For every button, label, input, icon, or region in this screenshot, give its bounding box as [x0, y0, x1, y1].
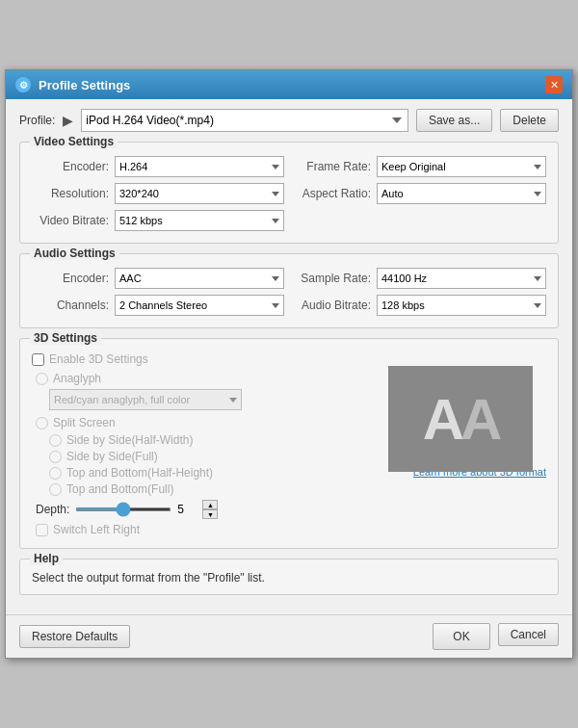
title-bar-left: ⚙ Profile Settings [15, 77, 130, 92]
split-screen-radio[interactable] [36, 417, 48, 429]
enable-3d-label: Enable 3D Settings [49, 352, 148, 366]
split-screen-label: Split Screen [53, 416, 116, 429]
audio-encoder-row: Encoder: AAC [32, 268, 284, 289]
depth-slider[interactable] [75, 507, 171, 511]
anaglyph-radio[interactable] [36, 373, 48, 385]
encoder-label: Encoder: [32, 160, 109, 173]
resolution-label: Resolution: [32, 187, 109, 200]
audio-encoder-select[interactable]: AAC [115, 268, 284, 289]
sample-rate-select[interactable]: 44100 Hz [377, 268, 546, 289]
profile-icon: ▶ [63, 113, 73, 128]
resolution-row: Resolution: 320*240 [32, 183, 284, 204]
channels-row: Channels: 2 Channels Stereo [32, 295, 284, 316]
help-section: Help Select the output format from the "… [19, 559, 559, 595]
frame-rate-label: Frame Rate: [294, 160, 371, 173]
aspect-ratio-label: Aspect Ratio: [294, 187, 371, 200]
help-text: Select the output format from the "Profi… [32, 571, 546, 585]
depth-up-button[interactable]: ▲ [202, 500, 218, 509]
depth-down-button[interactable]: ▼ [202, 509, 218, 519]
audio-encoder-label: Encoder: [32, 272, 109, 285]
switch-left-right-checkbox[interactable] [36, 524, 48, 536]
3d-settings-left: Enable 3D Settings Anaglyph Red/cyan ana… [32, 352, 382, 536]
side-by-side-full-radio[interactable] [49, 451, 62, 463]
3d-settings-title: 3D Settings [30, 331, 101, 345]
profile-label: Profile: [19, 114, 55, 127]
side-by-side-full-label: Side by Side(Full) [66, 450, 158, 463]
aspect-ratio-select[interactable]: Auto [377, 183, 546, 204]
top-bottom-full-radio[interactable] [49, 483, 62, 496]
top-bottom-half-row: Top and Bottom(Half-Height) [32, 466, 382, 480]
top-bottom-half-label: Top and Bottom(Half-Height) [66, 466, 213, 480]
channels-label: Channels: [32, 299, 109, 312]
aspect-ratio-row: Aspect Ratio: Auto [294, 183, 546, 204]
side-by-side-full-row: Side by Side(Full) [32, 450, 382, 463]
video-bitrate-select[interactable]: 512 kbps [115, 210, 284, 231]
depth-value: 5 [177, 503, 197, 516]
top-bottom-full-label: Top and Bottom(Full) [66, 482, 173, 496]
sample-rate-row: Sample Rate: 44100 Hz [294, 268, 546, 289]
restore-defaults-button[interactable]: Restore Defaults [19, 625, 130, 648]
audio-settings-grid: Encoder: AAC Sample Rate: 44100 Hz Chann… [32, 268, 546, 316]
audio-bitrate-row: Audio Bitrate: 128 kbps [294, 295, 546, 316]
enable-3d-row: Enable 3D Settings [32, 352, 382, 366]
audio-settings-title: Audio Settings [30, 247, 119, 260]
preview-aa-letters: A A [423, 386, 499, 453]
bottom-right-buttons: OK Cancel [433, 623, 559, 650]
sample-rate-label: Sample Rate: [294, 272, 371, 285]
audio-settings-section: Audio Settings Encoder: AAC Sample Rate:… [19, 253, 559, 328]
app-icon-symbol: ⚙ [19, 80, 28, 91]
delete-button[interactable]: Delete [500, 109, 559, 132]
video-settings-section: Video Settings Encoder: H.264 Frame Rate… [19, 142, 559, 244]
anaglyph-label: Anaglyph [53, 372, 101, 385]
audio-bitrate-label: Audio Bitrate: [294, 299, 371, 312]
top-bottom-half-radio[interactable] [49, 467, 62, 480]
depth-row: Depth: 5 ▲ ▼ [32, 500, 382, 519]
cancel-button[interactable]: Cancel [498, 623, 559, 646]
audio-bitrate-select[interactable]: 128 kbps [377, 295, 546, 316]
ok-button[interactable]: OK [433, 623, 489, 650]
close-button[interactable]: ✕ [545, 76, 563, 93]
resolution-select[interactable]: 320*240 [115, 183, 284, 204]
top-bottom-full-row: Top and Bottom(Full) [32, 482, 382, 496]
frame-rate-select[interactable]: Keep Original [377, 156, 546, 177]
switch-left-right-label: Switch Left Right [53, 523, 140, 536]
preview-left-a: A [423, 386, 460, 453]
dialog-title: Profile Settings [39, 78, 130, 92]
video-settings-grid: Encoder: H.264 Frame Rate: Keep Original… [32, 156, 546, 231]
help-title: Help [30, 552, 63, 565]
enable-3d-checkbox[interactable] [32, 353, 44, 366]
side-by-side-half-label: Side by Side(Half-Width) [66, 433, 193, 447]
3d-settings-inner: Enable 3D Settings Anaglyph Red/cyan ana… [32, 352, 546, 536]
video-bitrate-label: Video Bitrate: [32, 214, 109, 227]
dialog: ⚙ Profile Settings ✕ Profile: ▶ iPod H.2… [5, 69, 573, 659]
app-icon: ⚙ [15, 77, 31, 92]
video-settings-title: Video Settings [30, 135, 118, 148]
video-bitrate-row: Video Bitrate: 512 kbps [32, 210, 284, 231]
anaglyph-type-select[interactable]: Red/cyan anaglyph, full color [49, 389, 242, 410]
bottom-bar: Restore Defaults OK Cancel [6, 614, 572, 658]
depth-spinner: ▲ ▼ [202, 500, 218, 519]
anaglyph-row: Anaglyph [32, 372, 382, 385]
save-as-button[interactable]: Save as... [416, 109, 492, 132]
split-screen-row: Split Screen [32, 416, 382, 429]
profile-select[interactable]: iPod H.264 Video(*.mp4) [81, 109, 408, 132]
channels-select[interactable]: 2 Channels Stereo [115, 295, 284, 316]
3d-preview-box: A A [388, 366, 533, 472]
frame-rate-row: Frame Rate: Keep Original [294, 156, 546, 177]
side-by-side-half-row: Side by Side(Half-Width) [32, 433, 382, 447]
switch-left-right-row: Switch Left Right [32, 523, 382, 536]
encoder-select[interactable]: H.264 [115, 156, 284, 177]
3d-settings-section: 3D Settings Enable 3D Settings Anaglyph … [19, 338, 559, 549]
profile-row: Profile: ▶ iPod H.264 Video(*.mp4) Save … [19, 109, 559, 132]
preview-right-a: A [460, 386, 498, 453]
title-bar: ⚙ Profile Settings ✕ [6, 70, 572, 99]
encoder-row: Encoder: H.264 [32, 156, 284, 177]
dialog-body: Profile: ▶ iPod H.264 Video(*.mp4) Save … [6, 99, 572, 614]
depth-label: Depth: [36, 503, 69, 516]
side-by-side-half-radio[interactable] [49, 434, 62, 447]
